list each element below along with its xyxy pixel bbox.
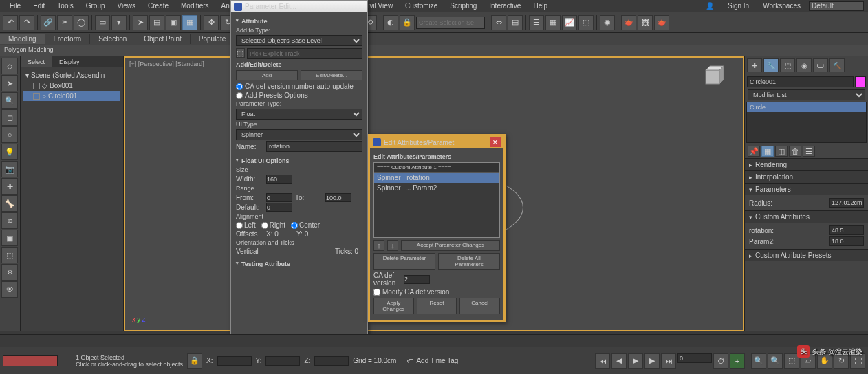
display-xref-button[interactable]: ⬚ [1, 247, 18, 263]
find-button[interactable]: 🔍 [1, 92, 18, 109]
object-name-input[interactable] [747, 76, 854, 87]
add-key-button[interactable]: + [730, 353, 745, 368]
schematic-button[interactable]: ⬚ [578, 15, 594, 30]
ea-delete-all-button[interactable]: Delete All Parameters [438, 253, 500, 270]
unlink-button[interactable]: ✂ [57, 15, 72, 30]
pin-stack-button[interactable]: 📌 [748, 146, 760, 157]
workspace-select[interactable] [809, 1, 864, 11]
select-object-button[interactable]: ➤ [133, 15, 148, 30]
ea-param-list[interactable]: ==== Custom Attribute 1 ==== Spinner rot… [373, 162, 500, 238]
named-sel-lock-button[interactable]: 🔒 [400, 15, 415, 30]
cmd-tab-hierarchy[interactable]: ⬚ [780, 58, 795, 72]
parameter-editor-titlebar[interactable]: Parameter Edit... [231, 1, 367, 12]
material-editor-button[interactable]: ◉ [600, 15, 615, 30]
rollout-custom-attr[interactable]: ▾ Custom Attributes [745, 211, 868, 223]
scene-tab-select[interactable]: Select [21, 56, 52, 67]
tree-item-circle[interactable]: ○Circle001 [23, 91, 120, 101]
mod-item-circle[interactable]: Circle [747, 102, 866, 112]
rollout-parameters[interactable]: ▾ Parameters [745, 184, 868, 195]
ca-rotation-spinner[interactable] [829, 226, 864, 235]
signin-link[interactable]: Sign In [722, 1, 755, 10]
move-button[interactable]: ✥ [204, 15, 219, 30]
viewport-label[interactable]: [+] [Perspective] [Standard] [129, 60, 204, 67]
named-sel-button[interactable]: ◐ [383, 15, 398, 30]
visibility-icon[interactable] [33, 82, 40, 89]
ribbon-tab-objectpaint[interactable]: Object Paint [135, 34, 190, 44]
menu-customize[interactable]: Customize [400, 1, 443, 10]
ea-movedown-button[interactable]: ↓ [387, 240, 398, 251]
pe-add-button[interactable]: Add [236, 70, 298, 80]
maxscript-mini-listener[interactable] [3, 355, 58, 366]
layer-button[interactable]: ☰ [529, 15, 544, 30]
display-group-button[interactable]: ▣ [1, 230, 18, 246]
select-name-button[interactable]: ▤ [149, 15, 164, 30]
coord-x-input[interactable] [217, 356, 252, 366]
menu-group[interactable]: Group [80, 1, 111, 10]
cmd-tab-modify[interactable]: 🔧 [763, 58, 779, 72]
menu-views[interactable]: Views [112, 1, 142, 10]
time-tag-icon[interactable]: 🏷 [407, 357, 414, 364]
zoom-all-button[interactable]: 🔍 [768, 353, 783, 368]
pe-from-spinner[interactable] [266, 193, 292, 202]
ea-modify-cadef-check[interactable] [373, 289, 380, 296]
ribbon-tab-freeform[interactable]: Freeform [45, 34, 91, 44]
ea-apply-button[interactable]: Apply Changes [373, 298, 414, 314]
zoom-button[interactable]: 🔍 [751, 353, 766, 368]
menu-modifiers[interactable]: Modifiers [175, 1, 215, 10]
ea-accept-button[interactable]: Accept Parameter Changes [401, 240, 500, 251]
pe-width-spinner[interactable] [266, 175, 292, 184]
pe-ui-type-select[interactable]: Spinner [236, 129, 362, 140]
tree-item-box[interactable]: ◇Box001 [23, 80, 120, 91]
rollout-interpolation[interactable]: ▸ Interpolation [745, 171, 868, 183]
timeline[interactable] [0, 334, 868, 346]
ea-moveup-button[interactable]: ↑ [373, 240, 384, 251]
ribbon-tab-modeling[interactable]: Modeling [0, 34, 45, 44]
bind-button[interactable]: ◯ [74, 15, 89, 30]
goto-start-button[interactable]: ⏮ [595, 353, 610, 368]
make-unique-button[interactable]: ◫ [775, 146, 788, 157]
pe-default-spinner[interactable] [266, 203, 292, 212]
close-button[interactable]: ✕ [490, 138, 501, 147]
display-hidden-button[interactable]: 👁 [1, 281, 18, 298]
menu-create[interactable]: Create [142, 1, 174, 10]
object-color-swatch[interactable] [855, 76, 866, 87]
scene-tab-display[interactable]: Display [52, 56, 87, 67]
ea-reset-button[interactable]: Reset [417, 298, 457, 314]
play-button[interactable]: ▶ [628, 353, 643, 368]
coord-y-input[interactable] [265, 356, 300, 366]
display-space-button[interactable]: ≋ [1, 212, 18, 229]
menu-tools[interactable]: Tools [52, 1, 78, 10]
pe-align-left-radio[interactable] [236, 222, 243, 229]
ea-cadef-spinner[interactable] [404, 275, 430, 284]
pe-to-spinner[interactable] [325, 193, 351, 202]
show-end-result-button[interactable]: ▦ [761, 146, 774, 157]
link-button[interactable]: 🔗 [41, 15, 56, 30]
select-crossing-button[interactable]: ▦ [182, 15, 197, 30]
coord-z-input[interactable] [314, 356, 349, 366]
select-region-button[interactable]: ▭ [95, 15, 110, 30]
pe-name-input[interactable] [266, 141, 362, 152]
rollout-rendering[interactable]: ▸ Rendering [745, 159, 868, 170]
goto-end-button[interactable]: ⏭ [661, 353, 676, 368]
display-light-button[interactable]: 💡 [1, 144, 18, 160]
pe-edit-button[interactable]: Edit/Delete... [301, 70, 362, 80]
cmd-tab-motion[interactable]: ◉ [796, 58, 812, 72]
menu-file[interactable]: File [4, 1, 26, 10]
pe-add-to-type-select[interactable]: Selected Object's Base Level [236, 35, 362, 46]
pe-ca-autoupdate-radio[interactable] [236, 83, 243, 90]
curve-editor-button[interactable]: 📈 [562, 15, 577, 30]
display-bone-button[interactable]: 🦴 [1, 195, 18, 212]
named-sel-input[interactable] [416, 16, 485, 29]
cmd-tab-create[interactable]: ✚ [747, 58, 762, 72]
tree-root[interactable]: ▾Scene (Sorted Ascendin [23, 70, 120, 80]
align-button[interactable]: ▤ [508, 15, 523, 30]
rollout-ca-presets[interactable]: ▸ Custom Attribute Presets [745, 250, 868, 261]
edit-attributes-titlebar[interactable]: Edit Attributes/Paramet ✕ [370, 136, 503, 148]
redo-button[interactable]: ↷ [19, 15, 34, 30]
ea-list-item-param2[interactable]: Spinner ... Param2 [374, 183, 499, 193]
render-setup-button[interactable]: 🫖 [621, 15, 636, 30]
display-frozen-button[interactable]: ❄ [1, 264, 18, 280]
modifier-stack[interactable]: Circle [746, 102, 867, 143]
render-button[interactable]: 🫖 [654, 15, 669, 30]
next-frame-button[interactable]: ▶ [644, 353, 660, 368]
